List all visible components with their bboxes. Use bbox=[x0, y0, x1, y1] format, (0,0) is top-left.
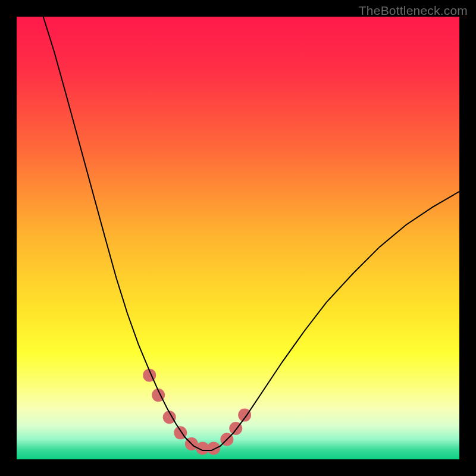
watermark-text: TheBottleneck.com bbox=[359, 4, 468, 18]
bottleneck-curve bbox=[43, 17, 459, 450]
plot-area bbox=[17, 17, 459, 459]
chart-frame: TheBottleneck.com bbox=[0, 0, 476, 476]
highlight-dot bbox=[207, 441, 220, 455]
highlight-dots bbox=[143, 369, 251, 455]
curve-layer bbox=[17, 17, 459, 459]
